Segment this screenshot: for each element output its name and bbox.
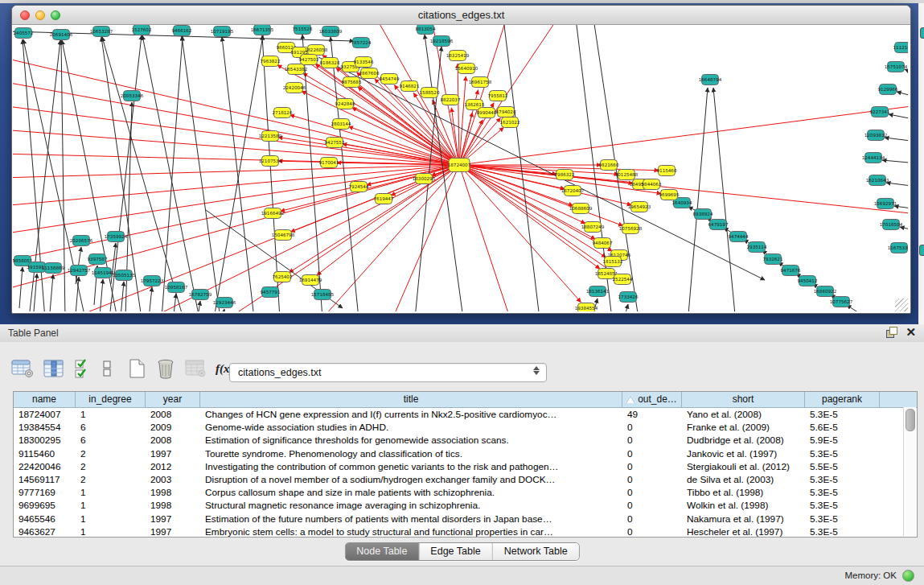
column-header-in_degree[interactable]: in_degree [76,392,146,407]
graph-node[interactable]: 9484067 [593,238,613,249]
graph-node[interactable]: 13505135 [113,270,136,281]
graph-node[interactable]: 1588520 [420,88,440,98]
graph-node[interactable]: 12093832 [864,130,887,141]
graph-node[interactable]: 2867608 [359,68,380,79]
graph-node[interactable]: 16648794 [699,75,722,85]
graph-node[interactable]: 22420046 [283,83,306,93]
graph-node[interactable]: 7932621 [763,254,783,265]
column-header-short[interactable]: short [682,392,805,407]
graph-node[interactable]: 16671355 [251,25,274,35]
graph-node[interactable]: 9170041 [319,158,339,168]
column-header-year[interactable]: year [146,392,200,407]
float-panel-icon[interactable] [886,327,897,338]
graph-node[interactable]: 17957223 [141,276,164,286]
graph-node[interactable]: 18300295 [413,174,436,184]
graph-node[interactable]: 9129966 [878,84,898,95]
graph-node[interactable]: 9242848 [335,99,355,109]
graph-node[interactable]: 8813054 [416,25,436,35]
graph-node[interactable]: 2803144 [331,119,351,130]
graph-node[interactable]: 2522544 [613,274,633,285]
table-settings-icon[interactable] [11,359,34,378]
graph-node[interactable]: 12213589 [259,131,282,142]
graph-node[interactable]: 10719195 [211,27,234,37]
graph-node[interactable]: 7924544 [349,182,369,192]
graph-node[interactable]: 1112104 [893,43,908,53]
graph-node[interactable]: 12942757 [68,266,91,276]
select-rows-icon[interactable] [74,358,92,379]
show-columns-icon[interactable] [43,359,64,378]
graph-node[interactable]: 9227341 [870,107,890,117]
graph-node[interactable]: 1527602 [132,25,152,35]
graph-node[interactable]: 18807249 [581,222,605,233]
table-row[interactable]: 1830029562008Estimation of significance … [14,434,917,447]
graph-node[interactable]: 8186328 [320,58,340,68]
graph-node[interactable]: 8990448 [477,108,497,118]
graph-node[interactable]: 18136141 [586,286,610,297]
graph-node[interactable]: 17359924 [105,232,128,242]
graph-node[interactable]: 2935114 [747,242,767,253]
graph-node[interactable]: 9397587 [88,254,108,265]
scrollbar-thumb[interactable] [906,409,915,431]
graph-node[interactable]: 6794028 [496,107,516,117]
memory-status-led[interactable] [902,570,914,582]
graph-node[interactable]: 12923446 [213,298,236,308]
graph-node[interactable]: 15046798 [272,230,295,241]
graph-node[interactable]: 7625402 [273,272,293,282]
column-header-out_de[interactable]: out_de… [622,392,682,407]
window-titlebar[interactable]: citations_edges.txt [12,6,910,25]
table-row[interactable]: 911546021997Tourette syndrome. Phenomeno… [14,447,917,460]
table-row[interactable]: 977716911998Corpus callosum shape and si… [14,486,917,499]
resize-grip[interactable] [895,299,908,311]
graph-node[interactable]: 9457791 [261,287,281,298]
tab-network-table[interactable]: Network Table [493,543,579,560]
graph-node[interactable]: 10653287 [90,27,113,37]
graph-node[interactable]: 7619447 [374,194,394,204]
graph-node[interactable]: 7955812 [488,91,508,101]
graph-node[interactable]: 15718485 [311,290,335,300]
graph-node[interactable]: 20053346 [121,91,144,101]
new-file-icon[interactable] [127,358,146,379]
table-row[interactable]: 2242004622012Investigating the contribut… [14,460,917,473]
graph-node[interactable]: 2718126 [273,108,293,118]
graph-node[interactable]: 9133546 [354,57,374,68]
graph-node[interactable]: 9427502 [299,55,319,65]
graph-node[interactable]: 7857224 [351,38,372,48]
graph-node[interactable]: 18325419 [446,51,470,61]
graph-node[interactable]: 9699695 [659,190,680,200]
graph-node[interactable]: 1733426 [618,292,639,303]
table-row[interactable]: 1938455462009Genome-wide association stu… [14,421,917,434]
table-row[interactable]: 1872400712008Changes of HCN gene express… [14,408,917,421]
graph-node[interactable]: 10756928 [619,224,643,234]
graph-node[interactable]: 11451941 [92,268,115,278]
column-header-pagerank[interactable]: pagerank [805,392,880,407]
vertical-scrollbar[interactable] [903,407,916,536]
graph-node[interactable]: 9466162 [172,26,192,36]
graph-node[interactable]: 9146821 [400,81,420,92]
network-window[interactable]: citations_edges.txt 24055722069140610653… [11,5,911,314]
graph-node[interactable]: 2405572 [14,28,34,39]
node-table[interactable]: namein_degreeyeartitleout_de…shortpagera… [13,391,918,538]
graph-node[interactable]: 16033809 [319,27,343,37]
graph-node[interactable]: 7515526 [293,25,313,35]
table-header-row[interactable]: namein_degreeyeartitleout_de…shortpagera… [14,392,917,408]
close-panel-icon[interactable]: ✕ [906,327,916,338]
hub-node[interactable]: 18724007 [448,159,471,172]
column-header-name[interactable]: name [14,392,76,407]
table-row[interactable]: 946362711997Embryonic stem cells: a mode… [14,525,917,538]
graph-node[interactable]: 1621022 [500,117,520,128]
graph-node[interactable]: 16543382 [285,64,307,75]
graph-node[interactable]: 11156869 [42,263,65,274]
graph-node[interactable]: 8471676 [781,266,801,276]
graph-node[interactable]: 16782759 [189,290,212,300]
graph-node[interactable]: 10775627 [830,297,853,307]
graph-node[interactable]: 12444134 [862,153,885,163]
graph-node[interactable]: 7963822 [261,56,281,67]
graph-node[interactable]: 17016504 [880,220,903,230]
table-row[interactable]: 946554611997Estimation of the future num… [14,513,917,525]
graph-node[interactable]: 16961758 [469,77,492,88]
tab-node-table[interactable]: Node Table [345,543,419,560]
table-selector-dropdown[interactable]: citations_edges.txt [229,363,547,382]
graph-node[interactable]: 16860922 [814,286,836,297]
graph-node[interactable]: 11675330 [888,243,908,253]
graph-node[interactable]: 7986322 [555,170,575,180]
